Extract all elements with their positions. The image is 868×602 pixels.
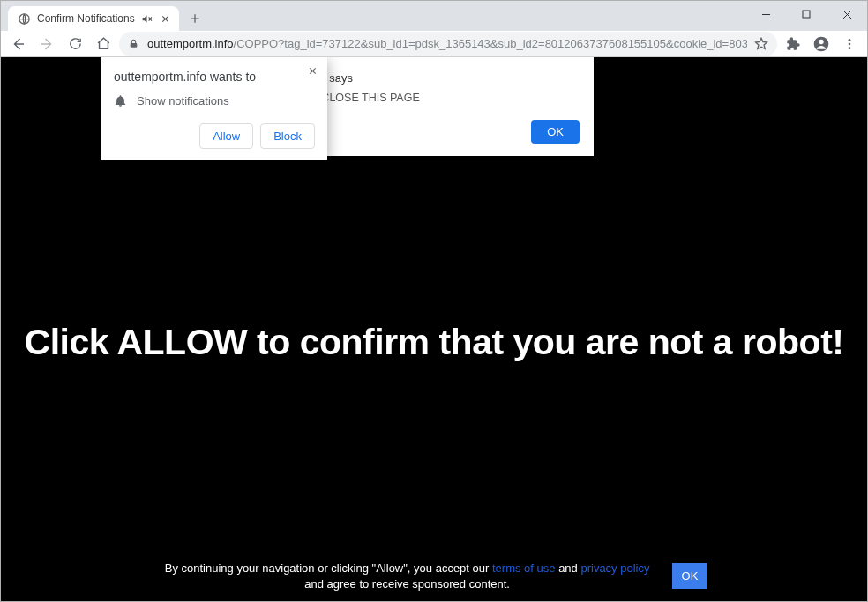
svg-point-7	[849, 47, 851, 49]
address-bar[interactable]: outtemportm.info/COPPO?tag_id=737122&sub…	[119, 32, 777, 56]
bookmark-star-icon[interactable]	[754, 37, 768, 51]
notification-permission-prompt: outtemportm.info wants to Show notificat…	[101, 57, 327, 160]
svg-point-5	[849, 39, 851, 41]
browser-titlebar: Confirm Notifications	[1, 1, 867, 31]
tab-close-icon[interactable]	[160, 12, 172, 25]
mute-icon[interactable]	[141, 12, 153, 25]
browser-tab[interactable]: Confirm Notifications	[8, 6, 179, 31]
new-tab-button[interactable]	[183, 6, 207, 31]
lock-icon	[128, 38, 140, 49]
url-text: outtemportm.info/COPPO?tag_id=737122&sub…	[147, 37, 747, 50]
window-maximize-button[interactable]	[786, 1, 827, 27]
svg-point-4	[819, 39, 823, 43]
window-controls	[745, 1, 867, 31]
tab-title: Confirm Notifications	[37, 12, 135, 25]
page-headline: Click ALLOW to confirm that you are not …	[1, 322, 867, 363]
home-button[interactable]	[91, 32, 116, 56]
permission-block-button[interactable]: Block	[260, 123, 315, 149]
svg-point-6	[849, 42, 851, 45]
permission-allow-button[interactable]: Allow	[199, 123, 253, 149]
window-close-button[interactable]	[827, 1, 867, 27]
permission-item: Show notifications	[114, 94, 315, 108]
permission-title: outtemportm.info wants to	[114, 70, 315, 84]
forward-button	[34, 32, 59, 56]
svg-rect-2	[131, 43, 138, 48]
bell-icon	[114, 94, 128, 108]
globe-icon	[17, 11, 31, 26]
privacy-link[interactable]: privacy policy	[580, 561, 649, 575]
alert-ok-button[interactable]: OK	[531, 120, 580, 144]
consent-text: By continuing your navigation or clickin…	[161, 561, 655, 592]
permission-item-label: Show notifications	[137, 94, 229, 108]
reload-button[interactable]	[63, 32, 87, 56]
window-minimize-button[interactable]	[745, 1, 786, 27]
browser-toolbar: outtemportm.info/COPPO?tag_id=737122&sub…	[1, 31, 867, 57]
profile-button[interactable]	[809, 32, 834, 56]
menu-button[interactable]	[837, 32, 862, 56]
extensions-button[interactable]	[781, 32, 805, 56]
back-button[interactable]	[6, 32, 31, 56]
page-content: ortm.info says OW TO CLOSE THIS PAGE OK …	[1, 57, 867, 601]
permission-close-icon[interactable]	[306, 64, 318, 77]
svg-rect-1	[803, 11, 810, 18]
consent-bar: By continuing your navigation or clickin…	[1, 561, 867, 592]
terms-link[interactable]: terms of use	[492, 561, 556, 575]
consent-ok-button[interactable]: OK	[672, 563, 708, 589]
